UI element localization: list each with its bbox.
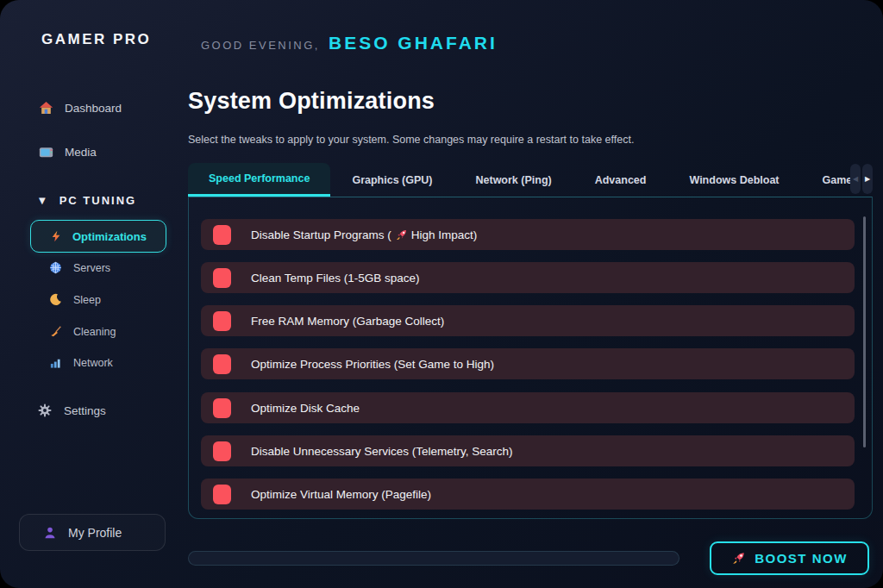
- tab-graphics-gpu[interactable]: Graphics (GPU): [330, 163, 454, 197]
- optimization-checkbox[interactable]: [213, 225, 231, 245]
- gear-icon: [38, 403, 53, 418]
- sidebar-item-label: Settings: [64, 404, 106, 417]
- tab-game-specific[interactable]: Game Specific: [801, 163, 854, 197]
- optimization-checkbox[interactable]: [213, 441, 231, 461]
- sidebar-item-servers[interactable]: Servers: [49, 261, 110, 274]
- optimizations-panel: Disable Startup Programs ( High Impact) …: [188, 197, 873, 519]
- optimization-row-disk-cache[interactable]: Optimize Disk Cache: [201, 392, 855, 423]
- optimization-label: Free RAM Memory (Garbage Collect): [251, 315, 444, 328]
- optimization-label: Disable Unnecessary Services (Telemetry,…: [251, 445, 513, 458]
- boost-now-button[interactable]: BOOST NOW: [710, 541, 869, 575]
- sidebar-section-pc-tuning[interactable]: ▼ PC TUNING: [39, 194, 136, 207]
- optimization-row-disable-startup[interactable]: Disable Startup Programs ( High Impact): [201, 219, 855, 250]
- sidebar-item-settings[interactable]: Settings: [38, 403, 106, 418]
- globe-icon: [49, 261, 62, 274]
- greeting-text: GOOD EVENING,: [201, 39, 320, 52]
- page-subtitle: Select the tweaks to apply to your syste…: [188, 134, 634, 146]
- sidebar-item-sleep[interactable]: Sleep: [49, 293, 101, 306]
- optimization-label: Clean Temp Files (1-5GB space): [251, 272, 420, 285]
- chevron-right-icon: ▶: [865, 175, 870, 183]
- house-icon: [39, 101, 53, 116]
- optimization-row-virtual-memory[interactable]: Optimize Virtual Memory (Pagefile): [201, 479, 855, 510]
- broom-icon: [49, 325, 62, 338]
- sidebar-item-label: Sleep: [73, 294, 101, 306]
- greeting: GOOD EVENING, BESO GHAFARI: [201, 33, 498, 53]
- sidebar-item-label: Network: [73, 357, 113, 369]
- tab-windows-debloat[interactable]: Windows Debloat: [667, 163, 800, 197]
- rocket-icon: [731, 551, 746, 566]
- sidebar-item-cleaning[interactable]: Cleaning: [49, 325, 116, 338]
- tab-advanced[interactable]: Advanced: [573, 163, 668, 197]
- tab-network-ping[interactable]: Network (Ping): [454, 163, 573, 197]
- optimization-label: Optimize Virtual Memory (Pagefile): [251, 488, 431, 501]
- bolt-icon: [50, 229, 62, 243]
- tv-icon: [39, 145, 53, 160]
- bars-icon: [49, 356, 62, 369]
- sidebar-item-label: Cleaning: [73, 326, 116, 338]
- optimization-checkbox[interactable]: [213, 485, 231, 504]
- app-window: GAMER PRO Dashboard Media ▼ PC TUNING Op…: [0, 0, 883, 588]
- sidebar-item-network[interactable]: Network: [49, 356, 113, 369]
- optimization-row-free-ram[interactable]: Free RAM Memory (Garbage Collect): [201, 305, 855, 336]
- boost-now-label: BOOST NOW: [755, 551, 848, 566]
- optimization-checkbox[interactable]: [213, 354, 231, 374]
- sidebar-item-label: Dashboard: [65, 102, 122, 115]
- tab-scroll-left-button[interactable]: ◀: [850, 164, 861, 194]
- sidebar-item-media[interactable]: Media: [39, 145, 97, 160]
- tab-scroll-right-button[interactable]: ▶: [862, 164, 873, 194]
- my-profile-label: My Profile: [68, 526, 122, 540]
- optimization-checkbox[interactable]: [213, 311, 231, 331]
- my-profile-button[interactable]: My Profile: [19, 514, 166, 551]
- app-logo: GAMER PRO: [41, 31, 151, 48]
- optimization-row-process-priorities[interactable]: Optimize Process Priorities (Set Game to…: [201, 348, 855, 379]
- moon-icon: [49, 293, 62, 306]
- person-icon: [43, 526, 57, 540]
- optimization-checkbox[interactable]: [213, 268, 231, 288]
- optimization-row-disable-services[interactable]: Disable Unnecessary Services (Telemetry,…: [201, 435, 855, 466]
- sidebar-item-dashboard[interactable]: Dashboard: [39, 101, 122, 116]
- chevron-left-icon: ◀: [853, 175, 858, 183]
- optimization-checkbox[interactable]: [213, 398, 231, 418]
- rocket-icon: [395, 228, 408, 241]
- horizontal-scrollbar[interactable]: [188, 551, 679, 566]
- optimization-label: Disable Startup Programs ( High Impact): [251, 228, 477, 241]
- sidebar-item-label: Media: [65, 146, 97, 159]
- sidebar-item-label: Servers: [73, 262, 110, 274]
- vertical-scrollbar[interactable]: [863, 216, 866, 447]
- username: BESO GHAFARI: [329, 33, 498, 53]
- optimization-label: Optimize Process Priorities (Set Game to…: [251, 358, 494, 371]
- sidebar-item-label: Optimizations: [72, 230, 147, 243]
- optimization-row-clean-temp[interactable]: Clean Temp Files (1-5GB space): [201, 262, 855, 293]
- sidebar-section-label: PC TUNING: [59, 194, 137, 207]
- optimization-label: Optimize Disk Cache: [251, 402, 360, 415]
- tab-speed-performance[interactable]: Speed Performance: [188, 163, 330, 197]
- triangle-down-icon: ▼: [39, 196, 47, 205]
- sidebar-item-optimizations[interactable]: Optimizations: [30, 220, 166, 253]
- tab-bar: Speed Performance Graphics (GPU) Network…: [188, 163, 854, 197]
- page-title: System Optimizations: [188, 88, 435, 115]
